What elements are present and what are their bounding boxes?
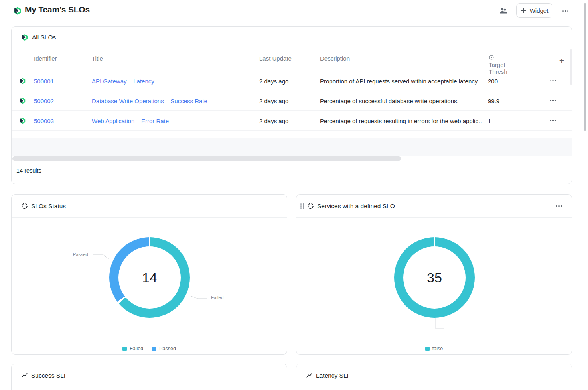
- services-slo-donut-chart[interactable]: 35: [394, 237, 475, 318]
- row-description: Percentage of requests resulting in erro…: [320, 117, 483, 124]
- legend-item-false[interactable]: false: [425, 346, 443, 351]
- page-vertical-scrollbar[interactable]: [584, 3, 586, 131]
- pie-chart-icon: [21, 203, 28, 209]
- column-header-description[interactable]: Description: [320, 55, 350, 62]
- row-description: Proportion of API requests served within…: [320, 77, 483, 84]
- services-slo-card-header: Services with a defined SLO: [296, 195, 572, 218]
- slos-status-card-header: SLOs Status: [12, 195, 287, 218]
- card-title: Success SLI: [31, 372, 65, 379]
- row-last-update: 2 days ago: [259, 77, 288, 84]
- drag-handle-icon[interactable]: [300, 203, 304, 209]
- table-row[interactable]: 500001 API Gateway – Latency 2 days ago …: [12, 71, 572, 91]
- donut-center-value: 14: [142, 270, 157, 286]
- page-more-options-button[interactable]: [559, 6, 571, 15]
- success-sli-card: Success SLI: [11, 364, 287, 390]
- row-actions-button[interactable]: [548, 76, 558, 86]
- success-sli-card-header: Success SLI: [12, 364, 287, 387]
- row-identifier-link[interactable]: 500002: [34, 97, 54, 104]
- row-target-thresh: 99.9: [488, 97, 499, 104]
- card-title: All SLOs: [32, 34, 56, 41]
- table-row[interactable]: 500002 Database Write Operations – Succe…: [12, 91, 572, 111]
- card-title: SLOs Status: [31, 203, 66, 210]
- legend-swatch: [152, 347, 156, 351]
- port-logo-icon: [19, 77, 26, 84]
- results-count: 14 results: [16, 167, 41, 174]
- ellipsis-icon: [556, 205, 562, 207]
- card-more-options-button[interactable]: [553, 202, 564, 211]
- donut-hole: 35: [403, 246, 466, 309]
- donut-hole: 14: [118, 246, 181, 309]
- port-logo-icon: [21, 34, 28, 41]
- legend-swatch: [425, 347, 430, 351]
- pie-chart-icon: [307, 203, 314, 209]
- table-horizontal-scrollbar[interactable]: [12, 156, 401, 161]
- row-description: Percentage of successful database write …: [320, 97, 483, 104]
- row-actions-button[interactable]: [548, 96, 558, 106]
- legend-label: Failed: [130, 346, 143, 351]
- legend-label: Passed: [159, 346, 176, 351]
- chart-legend: false: [296, 346, 572, 351]
- people-icon: [499, 6, 508, 15]
- slos-status-card: SLOs Status 14 Passed Failed Failed Pass…: [11, 194, 287, 355]
- callout-label-passed: Passed: [63, 252, 88, 257]
- card-title: Latency SLI: [316, 372, 349, 379]
- ellipsis-icon: [550, 80, 556, 81]
- donut-center-value: 35: [427, 270, 442, 286]
- table-empty-area: [12, 138, 572, 156]
- share-users-button[interactable]: [498, 6, 509, 16]
- ellipsis-icon: [550, 100, 556, 101]
- add-widget-label: Widget: [530, 7, 549, 14]
- legend-swatch: [122, 347, 127, 351]
- line-chart-icon: [306, 372, 313, 379]
- row-title-link[interactable]: Database Write Operations – Success Rate: [92, 97, 207, 104]
- row-target-thresh: 1: [488, 117, 491, 124]
- legend-item-passed[interactable]: Passed: [152, 346, 176, 351]
- table-vertical-scrollbar[interactable]: [570, 49, 572, 85]
- latency-sli-card-header: Latency SLI: [296, 364, 572, 387]
- port-logo-icon: [13, 6, 22, 15]
- latency-sli-card: Latency SLI: [296, 364, 572, 390]
- line-chart-icon: [21, 372, 28, 379]
- add-column-button[interactable]: +: [556, 55, 567, 66]
- column-header-identifier[interactable]: Identifier: [34, 55, 57, 62]
- all-slos-card: All SLOs Identifier Title Last Update De…: [11, 26, 572, 184]
- callout-label-failed: Failed: [211, 295, 223, 300]
- slos-status-donut-chart[interactable]: 14: [109, 237, 190, 318]
- table-row[interactable]: 500003 Web Application – Error Rate 2 da…: [12, 111, 572, 131]
- target-icon: [489, 55, 494, 60]
- row-last-update: 2 days ago: [259, 97, 288, 104]
- port-logo-icon: [19, 117, 26, 124]
- legend-label: false: [432, 346, 443, 351]
- plus-icon: [521, 8, 527, 14]
- port-logo-icon: [19, 97, 26, 104]
- all-slos-card-header: All SLOs: [12, 27, 572, 48]
- column-header-target-thresh[interactable]: Target Thresh: [489, 55, 494, 60]
- table-body: 500001 API Gateway – Latency 2 days ago …: [12, 71, 572, 131]
- column-header-last-update[interactable]: Last Update: [259, 55, 292, 62]
- row-target-thresh: 200: [488, 77, 498, 84]
- row-last-update: 2 days ago: [259, 117, 288, 124]
- row-title-link[interactable]: API Gateway – Latency: [92, 77, 154, 84]
- ellipsis-icon: [562, 10, 568, 12]
- ellipsis-icon: [550, 120, 556, 121]
- legend-item-failed[interactable]: Failed: [122, 346, 143, 351]
- row-title-link[interactable]: Web Application – Error Rate: [92, 117, 169, 124]
- row-identifier-link[interactable]: 500003: [34, 117, 54, 124]
- services-slo-card: Services with a defined SLO 35 false: [296, 194, 572, 355]
- row-identifier-link[interactable]: 500001: [34, 77, 54, 84]
- chart-legend: Failed Passed: [12, 346, 287, 351]
- card-title: Services with a defined SLO: [317, 203, 395, 210]
- add-widget-button[interactable]: Widget: [516, 3, 552, 18]
- page-title: My Team’s SLOs: [25, 5, 90, 14]
- table-column-headers: Identifier Title Last Update Description…: [12, 48, 572, 71]
- row-actions-button[interactable]: [548, 116, 558, 126]
- column-header-title[interactable]: Title: [92, 55, 103, 62]
- dashboard-page: My Team’s SLOs Widget All SLOs Identifie…: [0, 0, 588, 390]
